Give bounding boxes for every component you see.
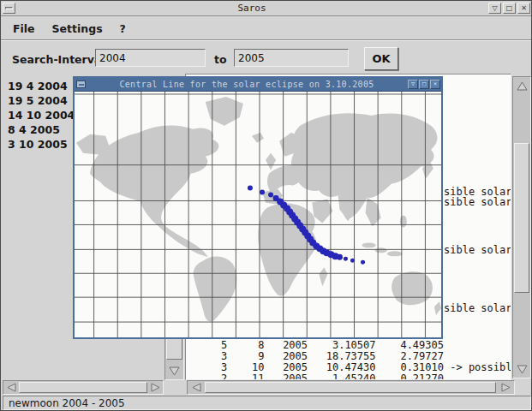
landmass-indonesia: [375, 247, 387, 253]
results-vertical-scrollbar[interactable]: [512, 76, 531, 378]
landmass-north-america: [90, 126, 218, 258]
triangle-left-icon: [7, 383, 16, 392]
close-button[interactable]: ✕: [517, 3, 530, 14]
scroll-down-button[interactable]: [514, 361, 529, 378]
menu-help[interactable]: ?: [111, 19, 134, 39]
triangle-down-icon: [169, 366, 180, 376]
triangle-up-icon: [517, 81, 528, 91]
results-row: 3 10 2005 10.47430 0.31010 -> possible s…: [196, 361, 511, 373]
saros-app-window: Saros ▽ □ ✕ File Settings ? Search-Inter…: [0, 0, 532, 411]
menu-file[interactable]: File: [4, 19, 44, 39]
results-row: 5 8 2005 3.10507 4.49305: [196, 339, 444, 351]
status-bar: newmoon 2004 - 2005: [3, 396, 531, 410]
map-window-menu-icon: [79, 84, 84, 86]
maximize-button[interactable]: □: [503, 3, 516, 14]
landmass-indonesia: [362, 242, 376, 247]
close-icon: ✕: [433, 81, 437, 87]
shade-icon: ▽: [492, 5, 497, 12]
map-window-title: Central Line for the solar eclipse on 3.…: [86, 80, 408, 89]
landmass-se-asia: [366, 198, 381, 227]
landmass-new-zealand: [434, 301, 441, 315]
scrollbar-thumb[interactable]: [205, 382, 496, 393]
search-to-label: to: [214, 53, 227, 66]
landmass-britain: [266, 153, 276, 170]
status-text: newmoon 2004 - 2005: [9, 397, 125, 409]
map-canvas[interactable]: [75, 91, 441, 337]
maximize-icon: □: [422, 81, 426, 87]
landmass-greenland: [206, 97, 243, 126]
maximize-icon: □: [506, 5, 513, 12]
map-titlebar[interactable]: Central Line for the solar eclipse on 3.…: [75, 78, 441, 91]
map-maximize-button[interactable]: □: [419, 80, 429, 89]
results-line-fragment: sible solar e: [444, 302, 511, 314]
triangle-right-icon: [151, 383, 160, 392]
landmass-madagascar: [319, 267, 327, 286]
shade-button[interactable]: ▽: [488, 3, 501, 14]
window-menu-button[interactable]: [3, 3, 15, 14]
continents-layer: [76, 97, 441, 322]
results-horizontal-scrollbar[interactable]: [187, 380, 515, 395]
menu-settings[interactable]: Settings: [44, 19, 111, 39]
main-titlebar[interactable]: Saros ▽ □ ✕: [1, 1, 532, 16]
close-icon: ✕: [521, 5, 527, 12]
landmass-iceland: [252, 133, 264, 143]
window-title: Saros: [16, 3, 487, 14]
results-line-fragment: sible solar e: [444, 244, 511, 256]
menubar: File Settings ?: [1, 17, 532, 39]
scroll-left-button[interactable]: [188, 382, 204, 393]
landmass-indonesia: [387, 251, 403, 256]
menubar-divider: [1, 39, 532, 41]
window-controls: ▽ □ ✕: [487, 3, 531, 14]
ok-button[interactable]: OK: [364, 47, 398, 70]
triangle-right-icon: [501, 383, 511, 392]
scroll-left-button[interactable]: [4, 382, 18, 393]
landmass-australia: [392, 271, 433, 305]
window-menu-icon: [5, 7, 13, 9]
scroll-up-button[interactable]: [514, 78, 529, 93]
results-line-fragment: sible solar e: [444, 196, 511, 208]
ok-button-label: OK: [372, 52, 390, 65]
map-window-menu-button[interactable]: [76, 80, 86, 88]
map-shade-button[interactable]: ▽: [408, 80, 418, 89]
search-from-input[interactable]: [95, 49, 206, 67]
map-window: Central Line for the solar eclipse on 3.…: [73, 76, 443, 339]
triangle-down-icon: [517, 365, 528, 374]
scrollbar-thumb[interactable]: [19, 382, 147, 393]
shade-icon: ▽: [411, 81, 415, 87]
triangle-left-icon: [192, 383, 201, 392]
map-close-button[interactable]: ✕: [430, 80, 440, 89]
list-horizontal-scrollbar[interactable]: [3, 380, 164, 395]
scroll-down-button[interactable]: [166, 363, 182, 379]
landmass-south-america: [194, 256, 237, 321]
results-row: 2 11 2005 1.45240 0.21270: [196, 372, 444, 380]
search-to-input[interactable]: [234, 49, 349, 67]
results-row: 3 9 2005 18.73755 2.79727: [196, 350, 444, 362]
landmass-philippines: [400, 215, 407, 227]
scrollbar-thumb[interactable]: [514, 143, 529, 293]
scroll-right-button[interactable]: [498, 382, 514, 393]
landmass-arabia: [312, 200, 332, 223]
world-map: [75, 92, 441, 337]
scroll-right-button[interactable]: [148, 382, 162, 393]
